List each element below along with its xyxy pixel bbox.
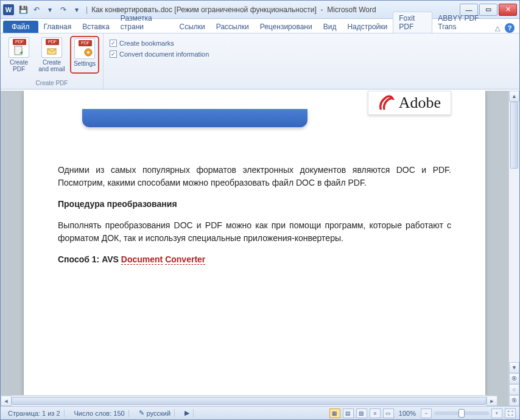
vscroll-track[interactable] (509, 102, 519, 362)
status-language[interactable]: ✎ русский (135, 409, 175, 417)
scroll-down-icon[interactable]: ▼ (509, 362, 519, 373)
document-area: Adobe Одними из самых популярных формато… (1, 91, 519, 406)
status-macro[interactable]: ▶ (181, 409, 194, 417)
paragraph-1[interactable]: Одними из самых популярных форматов элек… (58, 164, 451, 189)
create-pdf-button[interactable]: PDF CreatePDF (4, 36, 33, 74)
zoom-thumb[interactable] (459, 409, 465, 418)
fullscreen-icon[interactable]: ⛶ (505, 408, 516, 418)
browse-object-icon[interactable]: ○ (509, 384, 519, 395)
view-print-layout-icon[interactable]: ▦ (329, 408, 340, 418)
help-icon[interactable]: ? (505, 23, 515, 33)
redo-icon[interactable]: ↷ (58, 4, 69, 15)
close-button[interactable]: ✕ (499, 4, 517, 16)
adobe-a-icon (378, 94, 395, 111)
checkbox-create-bookmarks[interactable]: ✓ Create bookmarks (110, 40, 209, 47)
header-blue-bar (82, 109, 307, 127)
status-word-count[interactable]: Число слов: 150 (71, 410, 129, 417)
vertical-scrollbar[interactable]: ▲ ▼ ⦿ ○ ⦿ (508, 91, 519, 406)
tab-insert[interactable]: Вставка (77, 21, 115, 33)
adobe-logo-box: Adobe (368, 91, 451, 115)
view-fullscreen-icon[interactable]: ▤ (343, 408, 354, 418)
document-body[interactable]: Одними из самых популярных форматов элек… (58, 164, 451, 266)
svg-point-3 (87, 51, 90, 54)
qat-customize-icon[interactable]: ▾ (71, 4, 82, 15)
vscroll-thumb[interactable] (510, 102, 518, 169)
doc-mode: [Режим ограниченной функциональности] (174, 5, 317, 14)
settings-button[interactable]: PDF Settings (70, 36, 99, 74)
tab-abbyy-pdf[interactable]: ABBYY PDF Trans (432, 12, 495, 33)
scroll-up-icon[interactable]: ▲ (509, 91, 519, 102)
horizontal-scrollbar[interactable]: ◄ ► (1, 395, 497, 406)
tab-mailings[interactable]: Рассылки (211, 21, 255, 33)
tab-foxit-pdf[interactable]: Foxit PDF (393, 12, 432, 33)
create-and-email-button[interactable]: PDF Createand email (35, 36, 69, 74)
zoom-in-button[interactable]: + (491, 408, 502, 418)
tab-view[interactable]: Вид (318, 21, 342, 33)
zoom-level[interactable]: 100% (399, 410, 416, 417)
tab-addins[interactable]: Надстройки (342, 21, 393, 33)
tab-layout[interactable]: Разметка страни (115, 12, 174, 33)
app-name: Microsoft Word (327, 5, 376, 14)
undo-dropdown-icon[interactable]: ▾ (44, 4, 55, 15)
tab-home[interactable]: Главная (38, 21, 77, 33)
heading-procedure[interactable]: Процедура преобразования (58, 198, 451, 211)
word-app-icon: W (3, 4, 14, 15)
tab-file[interactable]: Файл (3, 21, 38, 33)
scroll-left-icon[interactable]: ◄ (1, 396, 12, 406)
check-icon: ✓ (110, 51, 117, 58)
ribbon-group-options: ✓ Create bookmarks ✓ Convert document in… (104, 33, 215, 89)
ribbon-tabbar: Файл Главная Вставка Разметка страни Ссы… (1, 19, 519, 33)
hscroll-track[interactable] (12, 396, 487, 406)
ribbon-group-create-pdf: PDF CreatePDF PDF Createand email PDF (1, 33, 104, 89)
hscroll-thumb[interactable] (12, 397, 487, 405)
tab-references[interactable]: Ссылки (174, 21, 211, 33)
undo-icon[interactable]: ↶ (31, 4, 42, 15)
view-web-icon[interactable]: ▧ (356, 408, 367, 418)
zoom-out-button[interactable]: − (421, 408, 432, 418)
create-email-icon: PDF (41, 37, 62, 58)
view-outline-icon[interactable]: ≡ (370, 408, 381, 418)
heading-method-1[interactable]: Способ 1: AVS Document Converter (58, 253, 451, 266)
tab-review[interactable]: Рецензировани (255, 21, 318, 33)
check-icon: ✓ (110, 40, 117, 47)
scroll-right-icon[interactable]: ► (487, 396, 497, 406)
zoom-slider[interactable] (434, 411, 489, 415)
create-pdf-icon: PDF (9, 37, 29, 58)
checkbox-convert-doc-info[interactable]: ✓ Convert document information (110, 51, 209, 58)
adobe-text: Adobe (399, 94, 441, 112)
next-page-icon[interactable]: ⦿ (509, 395, 519, 406)
ribbon: PDF CreatePDF PDF Createand email PDF (1, 33, 519, 89)
spellcheck-icon: ✎ (139, 409, 144, 417)
minimize-ribbon-icon[interactable]: △ (495, 24, 500, 32)
statusbar: Страница: 1 из 2 Число слов: 150 ✎ русск… (1, 406, 519, 419)
paragraph-2[interactable]: Выполнять преобразования DOC и PDF можно… (58, 219, 451, 245)
document-page[interactable]: Adobe Одними из самых популярных формато… (24, 91, 485, 406)
prev-page-icon[interactable]: ⦿ (509, 373, 519, 384)
quick-access-toolbar: 💾 ↶ ▾ ↷ ▾ (18, 4, 82, 15)
macro-icon: ▶ (184, 409, 189, 417)
settings-icon: PDF (74, 38, 95, 59)
ribbon-group-label: Create PDF (4, 80, 99, 86)
view-draft-icon[interactable]: ▭ (383, 408, 394, 418)
status-page[interactable]: Страница: 1 из 2 (4, 410, 65, 417)
save-icon[interactable]: 💾 (18, 4, 29, 15)
